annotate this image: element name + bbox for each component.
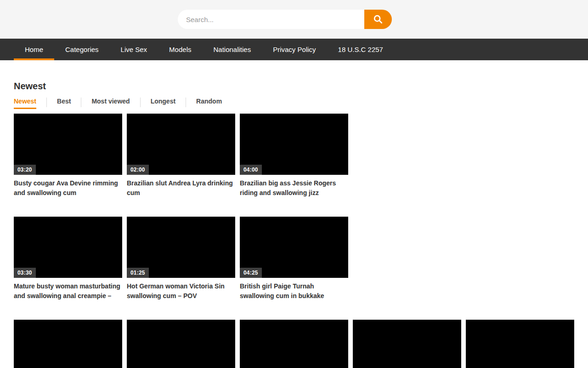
tab-separator [186, 98, 186, 107]
duration-badge: 01:25 [127, 268, 149, 278]
duration-badge: 04:25 [240, 268, 262, 278]
video-card: 03:30 Mature busty woman masturbating an… [14, 217, 122, 301]
search-icon [373, 14, 383, 24]
tab-separator [46, 98, 47, 107]
main-content: Newest Newest Best Most viewed Longest R… [0, 81, 588, 368]
more-videos-grid [14, 320, 574, 368]
tab-best[interactable]: Best [57, 98, 71, 109]
tab-most-viewed[interactable]: Most viewed [91, 98, 130, 109]
video-thumbnail[interactable] [127, 320, 235, 368]
duration-badge: 02:00 [127, 165, 149, 175]
video-thumbnail[interactable]: 02:00 [127, 114, 235, 175]
video-thumbnail[interactable]: 04:00 [240, 114, 348, 175]
video-card: 01:25 Hot German woman Victoria Sin swal… [127, 217, 235, 301]
video-thumbnail[interactable]: 03:20 [14, 114, 122, 175]
tab-separator [140, 98, 141, 107]
video-thumbnail[interactable] [353, 320, 461, 368]
video-thumbnail[interactable]: 03:30 [14, 217, 122, 278]
video-thumbnail[interactable]: 01:25 [127, 217, 235, 278]
video-card: 02:00 Brazilian slut Andrea Lyra drinkin… [127, 114, 235, 198]
duration-badge: 03:30 [14, 268, 36, 278]
search-input[interactable] [178, 10, 364, 29]
video-title[interactable]: Mature busty woman masturbating and swal… [14, 282, 122, 301]
video-card: 04:00 Brazilian big ass Jessie Rogers ri… [240, 114, 348, 198]
video-grid: 03:20 Busty cougar Ava Devine rimming an… [14, 114, 348, 320]
page-title: Newest [14, 81, 574, 92]
duration-badge: 04:00 [240, 165, 262, 175]
nav-item-categories[interactable]: Categories [54, 39, 110, 60]
nav-item-nationalities[interactable]: Nationalities [202, 39, 262, 60]
nav-item-privacy-policy[interactable]: Privacy Policy [262, 39, 327, 60]
nav-item-live-sex[interactable]: Live Sex [110, 39, 158, 60]
search-header [0, 0, 588, 39]
tab-separator [81, 98, 81, 107]
duration-badge: 03:20 [14, 165, 36, 175]
video-title[interactable]: Brazilian big ass Jessie Rogers riding a… [240, 178, 348, 198]
video-thumbnail[interactable]: 04:25 [240, 217, 348, 278]
video-card: 03:20 Busty cougar Ava Devine rimming an… [14, 114, 122, 198]
video-title[interactable]: Brazilian slut Andrea Lyra drinking cum [127, 178, 235, 198]
video-title[interactable]: Hot German woman Victoria Sin swallowing… [127, 282, 235, 301]
tab-longest[interactable]: Longest [151, 98, 175, 109]
video-card: 04:25 British girl Paige Turnah swallowi… [240, 217, 348, 301]
tab-random[interactable]: Random [196, 98, 222, 109]
video-title[interactable]: British girl Paige Turnah swallowing cum… [240, 282, 348, 301]
nav-item-models[interactable]: Models [158, 39, 202, 60]
sort-tabs: Newest Best Most viewed Longest Random [14, 98, 574, 109]
nav-item-home[interactable]: Home [14, 39, 54, 60]
video-thumbnail[interactable] [240, 320, 348, 368]
main-nav: Home Categories Live Sex Models National… [0, 39, 588, 60]
video-title[interactable]: Busty cougar Ava Devine rimming and swal… [14, 178, 122, 198]
nav-item-18-usc-2257[interactable]: 18 U.S.C 2257 [327, 39, 394, 60]
tab-newest[interactable]: Newest [14, 98, 36, 109]
search-button[interactable] [364, 10, 392, 29]
video-thumbnail[interactable] [14, 320, 122, 368]
search-bar [178, 10, 392, 29]
video-thumbnail[interactable] [466, 320, 574, 368]
